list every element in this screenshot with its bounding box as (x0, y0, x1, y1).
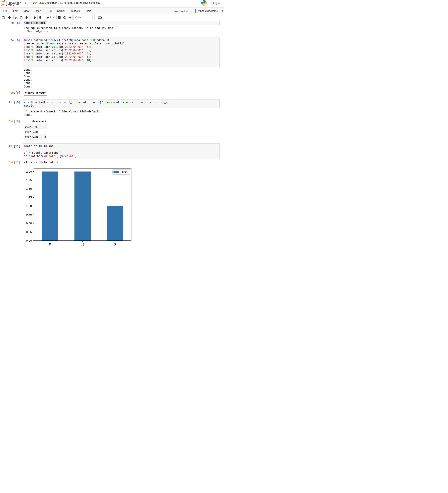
svg-text:2.00: 2.00 (26, 170, 32, 173)
svg-text:03: 03 (48, 243, 52, 246)
svg-text:1.50: 1.50 (26, 187, 32, 190)
svg-text:0.50: 0.50 (26, 222, 32, 225)
svg-text:0.75: 0.75 (26, 213, 32, 216)
svg-text:0.25: 0.25 (26, 230, 32, 234)
svg-text:04: 04 (113, 243, 117, 246)
svg-text:0.00: 0.00 (26, 239, 32, 242)
svg-text:count: count (121, 170, 128, 173)
svg-text:01: 01 (81, 243, 84, 246)
svg-text:1.00: 1.00 (26, 204, 32, 208)
svg-text:1.75: 1.75 (26, 178, 32, 182)
svg-text:1.25: 1.25 (26, 196, 32, 199)
